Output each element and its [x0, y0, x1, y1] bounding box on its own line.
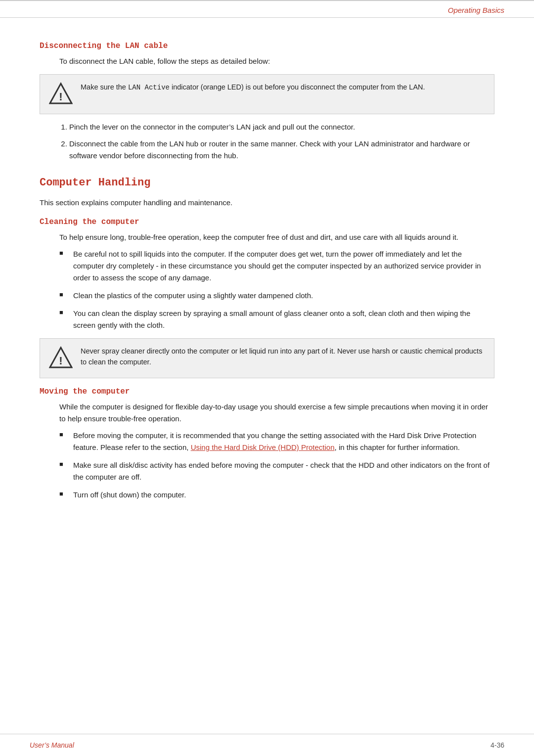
disconnecting-section: Disconnecting the LAN cable To disconnec…: [40, 42, 494, 162]
moving-bullet-3: Turn off (shut down) the computer.: [59, 489, 494, 501]
moving-heading: Moving the computer: [40, 387, 494, 396]
computer-handling-section: Computer Handling This section explains …: [40, 177, 494, 501]
moving-section: Moving the computer While the computer i…: [40, 387, 494, 501]
hdd-protection-link[interactable]: Using the Hard Disk Drive (HDD) Protecti…: [191, 443, 335, 451]
page-container: Operating Basics Disconnecting the LAN c…: [0, 0, 534, 756]
moving-bullet-2: Make sure all disk/disc activity has end…: [59, 459, 494, 483]
footer-right: 4-36: [490, 741, 504, 749]
warning-icon-lan: !: [49, 82, 73, 107]
step-1: Pinch the lever on the connector in the …: [69, 121, 494, 133]
header-title: Operating Basics: [448, 6, 504, 14]
svg-text:!: !: [59, 90, 62, 103]
moving-intro: While the computer is designed for flexi…: [59, 401, 494, 425]
cleaning-bullet-1: Be careful not to spill liquids into the…: [59, 248, 494, 284]
header-bar: Operating Basics: [0, 1, 534, 18]
cleaning-bullet-2: Clean the plastics of the computer using…: [59, 290, 494, 302]
moving-bullets: Before moving the computer, it is recomm…: [59, 430, 494, 501]
disconnecting-steps: Pinch the lever on the connector in the …: [69, 121, 494, 162]
computer-handling-intro: This section explains computer handling …: [40, 197, 494, 209]
warning-icon-cleaning: !: [49, 346, 73, 371]
step-2: Disconnect the cable from the LAN hub or…: [69, 138, 494, 162]
warning-text-lan: Make sure the LAN Active indicator (oran…: [81, 82, 425, 93]
footer: User’s Manual 4-36: [0, 734, 534, 756]
cleaning-bullet-3: You can clean the display screen by spra…: [59, 308, 494, 331]
disconnecting-intro: To disconnect the LAN cable, follow the …: [59, 55, 494, 67]
disconnecting-heading: Disconnecting the LAN cable: [40, 42, 494, 50]
cleaning-heading: Cleaning the computer: [40, 218, 494, 226]
cleaning-intro: To help ensure long, trouble-free operat…: [59, 231, 494, 243]
warning-box-lan: ! Make sure the LAN Active indicator (or…: [40, 74, 494, 114]
cleaning-bullets: Be careful not to spill liquids into the…: [59, 248, 494, 331]
computer-handling-heading: Computer Handling: [40, 177, 494, 189]
warning-box-cleaning: ! Never spray cleaner directly onto the …: [40, 338, 494, 378]
cleaning-section: Cleaning the computer To help ensure lon…: [40, 218, 494, 378]
main-content: Disconnecting the LAN cable To disconnec…: [0, 18, 534, 527]
warning-text-cleaning: Never spray cleaner directly onto the co…: [81, 346, 485, 368]
svg-text:!: !: [59, 355, 62, 367]
moving-bullet-1: Before moving the computer, it is recomm…: [59, 430, 494, 453]
footer-left: User’s Manual: [30, 741, 74, 749]
